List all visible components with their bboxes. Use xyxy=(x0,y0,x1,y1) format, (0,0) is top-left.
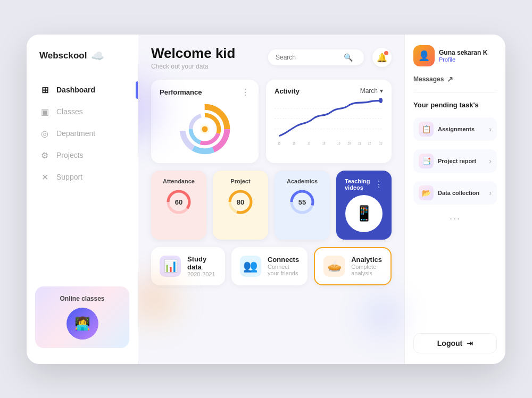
study-data-title: Study data xyxy=(187,255,217,271)
academics-card: Academics 55 xyxy=(275,171,330,240)
month-selector[interactable]: March ▾ xyxy=(360,87,383,95)
project-label: Project xyxy=(230,178,250,184)
app-name: Websckool xyxy=(39,50,87,61)
sidebar-item-dashboard[interactable]: ⊞ Dashboard xyxy=(27,79,138,101)
project-ring: 80 xyxy=(227,189,254,215)
assignments-label: Assignments xyxy=(438,126,485,132)
online-classes-card: Online classes 👩‍💻 xyxy=(35,286,129,348)
svg-text:21: 21 xyxy=(358,141,361,145)
project-report-arrow-icon: › xyxy=(489,157,492,165)
logo-icon: ☁️ xyxy=(91,49,104,62)
connects-card[interactable]: 👥 Connects Connect your friends xyxy=(231,247,307,285)
sidebar-item-department[interactable]: ◎ Department xyxy=(27,123,138,145)
dashboard-icon: ⊞ xyxy=(39,85,50,95)
project-value: 80 xyxy=(237,198,244,206)
people-icon: 👥 xyxy=(243,259,257,273)
study-data-card[interactable]: 📊 Study data 2020-2021 xyxy=(151,247,225,285)
analytics-card[interactable]: 🥧 Analytics Complete analysis xyxy=(314,247,392,285)
study-data-icon: 📊 xyxy=(160,256,181,277)
performance-card: Performance ⋮ xyxy=(151,80,259,163)
online-classes-avatar: 👩‍💻 xyxy=(66,308,98,340)
teaching-label: Teaching videos xyxy=(345,178,375,191)
logout-icon: ⇥ xyxy=(467,339,473,348)
teaching-more-button[interactable]: ⋮ xyxy=(375,179,383,189)
logout-label: Logout xyxy=(437,339,462,348)
academics-label: Academics xyxy=(287,178,318,184)
attendance-ring: 60 xyxy=(165,189,192,215)
page-title: Welcome kid xyxy=(151,45,260,62)
pie-icon: 🥧 xyxy=(327,259,342,273)
attendance-card: Attendance 60 xyxy=(151,171,206,240)
page-subtitle: Check out your data xyxy=(151,63,260,70)
more-tasks-button[interactable]: ··· xyxy=(413,213,497,224)
analytics-text: Analytics Complete analysis xyxy=(351,256,382,276)
activity-chart: 15 16 17 18 19 20 21 22 23 xyxy=(275,98,383,146)
teaching-icon: 📱 xyxy=(355,205,373,222)
task-item-assignments[interactable]: 📋 Assignments › xyxy=(413,117,497,141)
user-name: Guna sekaran K xyxy=(439,49,487,56)
main-content: Welcome kid Check out your data 🔍 🔔 Perf… xyxy=(138,35,404,364)
svg-text:16: 16 xyxy=(293,141,296,145)
messages-label: Messages xyxy=(413,75,444,83)
chart-icon: 📊 xyxy=(163,259,178,273)
search-input[interactable] xyxy=(276,54,339,61)
sidebar-item-label: Classes xyxy=(56,107,83,116)
user-avatar: 👤 xyxy=(413,45,435,66)
messages-row[interactable]: Messages ↗ xyxy=(413,75,497,83)
svg-text:18: 18 xyxy=(322,141,326,145)
svg-text:15: 15 xyxy=(278,141,281,145)
search-icon: 🔍 xyxy=(344,53,353,62)
performance-donut-chart xyxy=(176,100,234,158)
pending-tasks-title: Your pending task's xyxy=(413,101,497,109)
activity-line-chart: 15 16 17 18 19 20 21 22 23 xyxy=(275,98,383,146)
project-card: Project 80 xyxy=(213,171,268,240)
share-icon: ↗ xyxy=(447,75,453,83)
svg-text:20: 20 xyxy=(347,141,351,145)
svg-point-13 xyxy=(379,98,383,103)
study-data-subtitle: 2020-2021 xyxy=(187,271,217,277)
activity-card-title: Activity xyxy=(275,87,300,95)
sidebar-item-label: Dashboard xyxy=(56,86,95,94)
task-item-project-report[interactable]: 📑 Project report › xyxy=(413,149,497,173)
classes-icon: ▣ xyxy=(39,107,50,117)
row-2: Attendance 60 Project xyxy=(151,171,392,240)
user-info: Guna sekaran K Profile xyxy=(439,49,487,63)
sidebar-item-label: Support xyxy=(56,173,82,181)
teaching-icon-area: 📱 xyxy=(345,195,383,232)
sidebar-item-label: Department xyxy=(56,129,95,138)
sidebar-item-projects[interactable]: ⚙ Projects xyxy=(27,145,138,166)
search-bar[interactable]: 🔍 xyxy=(268,49,364,65)
sidebar-item-label: Projects xyxy=(56,151,84,159)
logout-button[interactable]: Logout ⇥ xyxy=(413,333,497,353)
project-report-label: Project report xyxy=(438,158,485,164)
online-classes-title: Online classes xyxy=(44,295,121,302)
sidebar: Websckool ☁️ ⊞ Dashboard ▣ Classes ◎ Dep… xyxy=(27,35,138,364)
study-data-text: Study data 2020-2021 xyxy=(187,255,217,277)
divider-1 xyxy=(413,92,497,92)
right-panel: 👤 Guna sekaran K Profile Messages ↗ Your… xyxy=(404,35,505,364)
sidebar-item-support[interactable]: ✕ Support xyxy=(27,166,138,188)
month-label: March xyxy=(360,87,378,95)
notification-button[interactable]: 🔔 xyxy=(372,48,392,67)
performance-more-button[interactable]: ⋮ xyxy=(241,87,250,97)
sidebar-item-classes[interactable]: ▣ Classes xyxy=(27,101,138,123)
assignments-icon: 📋 xyxy=(419,122,434,137)
data-collection-label: Data collection xyxy=(438,190,485,196)
task-item-data-collection[interactable]: 📂 Data collection › xyxy=(413,181,497,205)
svg-point-9 xyxy=(202,126,208,132)
department-icon: ◎ xyxy=(39,129,50,139)
analytics-icon: 🥧 xyxy=(323,256,345,277)
svg-text:23: 23 xyxy=(379,141,383,145)
performance-card-header: Performance ⋮ xyxy=(160,87,250,97)
assignments-arrow-icon: › xyxy=(489,125,492,133)
project-report-icon: 📑 xyxy=(419,154,434,168)
top-bar: Welcome kid Check out your data 🔍 🔔 xyxy=(138,35,404,75)
svg-text:19: 19 xyxy=(337,141,340,145)
svg-text:17: 17 xyxy=(307,141,311,145)
connects-title: Connects xyxy=(268,256,299,264)
logo-area: Websckool ☁️ xyxy=(27,49,138,79)
analytics-title: Analytics xyxy=(351,256,382,264)
row-3: 📊 Study data 2020-2021 👥 Connects Connec… xyxy=(151,247,392,285)
chevron-down-icon: ▾ xyxy=(380,87,383,95)
connects-subtitle: Connect your friends xyxy=(268,264,299,276)
